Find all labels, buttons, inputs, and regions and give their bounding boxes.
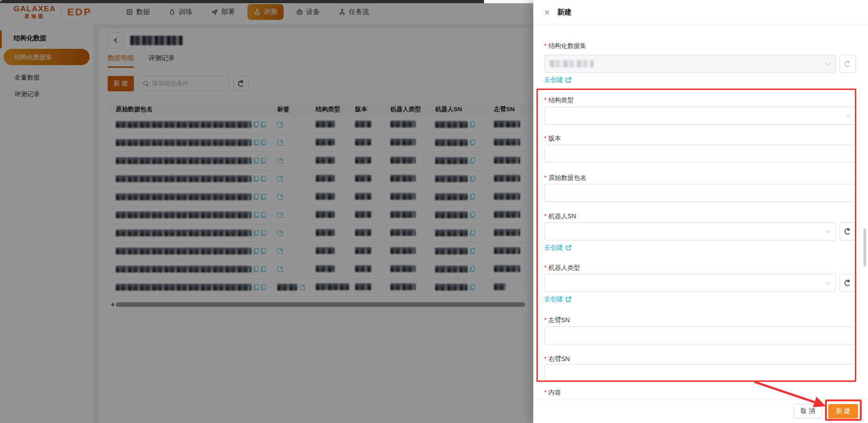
drawer-header: × 新建 xyxy=(533,0,868,25)
field-struct-type-controls xyxy=(544,107,856,125)
field-robot-type-controls xyxy=(544,274,856,292)
robot-type-refresh-button[interactable] xyxy=(840,274,856,292)
field-left-arm-sn: *左臂SN xyxy=(544,316,856,324)
field-struct-type: *结构类型 xyxy=(544,96,856,104)
chevron-down-icon xyxy=(825,279,830,284)
field-label: *结构化数据集 xyxy=(544,42,856,50)
field-package-name: *原始数据包名 xyxy=(544,174,856,182)
field-left-arm-sn-controls xyxy=(544,326,856,344)
submit-create-button[interactable]: 新 建 xyxy=(828,404,858,418)
field-right-arm-sn-controls xyxy=(544,364,856,381)
selected-value-redacted xyxy=(550,60,593,67)
create-drawer: × 新建 *结构化数据集 去创建 *结构类型 xyxy=(533,0,868,423)
structured-dataset-refresh-button[interactable] xyxy=(840,55,856,73)
external-link-icon xyxy=(565,245,571,251)
field-robot-sn-controls xyxy=(544,222,856,240)
field-robot-sn: *机器人SN xyxy=(544,212,856,221)
robot-sn-refresh-button[interactable] xyxy=(840,222,856,240)
field-structured-dataset: *结构化数据集 xyxy=(544,42,856,50)
package-name-input[interactable] xyxy=(544,184,856,202)
field-right-arm-sn: *右臂SN xyxy=(544,355,856,363)
window-top-edge-dark xyxy=(0,0,484,3)
field-version-controls xyxy=(544,145,856,163)
field-robot-type-link: 去创建 xyxy=(544,295,856,303)
refresh-icon xyxy=(844,61,851,67)
field-version: *版本 xyxy=(544,135,856,143)
cancel-button[interactable]: 取 消 xyxy=(794,404,822,418)
refresh-icon xyxy=(844,280,851,286)
go-create-link[interactable]: 去创建 xyxy=(544,76,571,84)
chevron-down-icon xyxy=(825,60,830,65)
app-root: GALAXEA 星海图 EDP 数据 训练 部署 评测 xyxy=(0,0,868,423)
robot-type-select[interactable] xyxy=(544,274,836,292)
external-link-icon xyxy=(565,296,571,302)
refresh-icon xyxy=(844,228,851,235)
right-arm-sn-input[interactable] xyxy=(544,364,856,381)
chevron-down-icon xyxy=(845,112,850,117)
field-structured-dataset-controls xyxy=(544,55,856,73)
go-create-link[interactable]: 去创建 xyxy=(544,295,571,303)
field-robot-sn-link: 去创建 xyxy=(544,243,856,252)
drawer-footer: 取 消 新 建 xyxy=(533,399,868,423)
required-mark: * xyxy=(544,42,546,49)
chevron-down-icon xyxy=(825,228,830,233)
left-arm-sn-input[interactable] xyxy=(544,326,856,344)
robot-sn-select[interactable] xyxy=(544,222,836,240)
external-link-icon xyxy=(565,77,571,83)
field-package-name-controls xyxy=(544,184,856,202)
field-content: *内容 xyxy=(544,389,856,397)
go-create-link[interactable]: 去创建 xyxy=(544,244,571,252)
close-icon[interactable]: × xyxy=(544,8,550,18)
structured-dataset-select[interactable] xyxy=(544,55,836,73)
drawer-title: 新建 xyxy=(557,8,572,17)
version-input[interactable] xyxy=(544,145,856,163)
field-structured-dataset-link: 去创建 xyxy=(544,75,856,84)
field-robot-type: *机器人类型 xyxy=(544,264,856,272)
drawer-scrollbar-thumb[interactable] xyxy=(863,228,866,267)
struct-type-select[interactable] xyxy=(544,107,856,125)
